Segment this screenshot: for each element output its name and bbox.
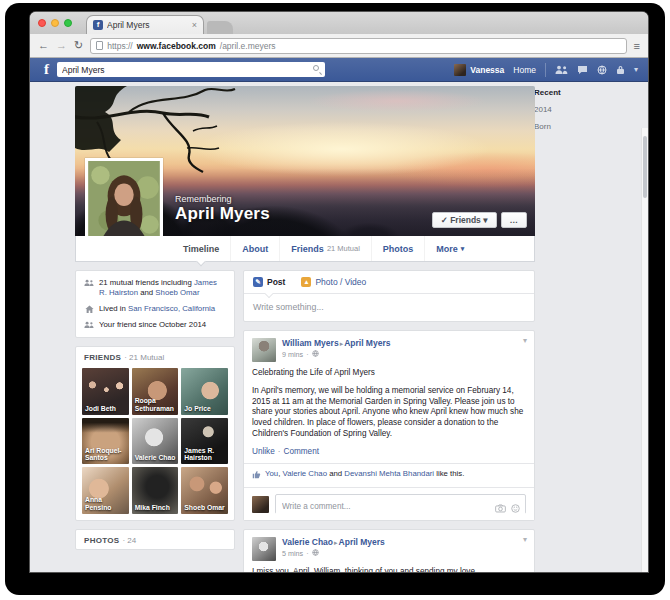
- tab-timeline[interactable]: Timeline: [172, 236, 230, 261]
- browser-tab[interactable]: f April Myers ×: [86, 15, 204, 34]
- camera-icon[interactable]: [495, 499, 506, 517]
- browser-menu-icon[interactable]: ≡: [634, 40, 640, 52]
- tab-photos[interactable]: Photos: [371, 236, 425, 261]
- post-author-link[interactable]: Valerie Chao: [282, 537, 333, 547]
- composer-input[interactable]: Write something...: [244, 294, 534, 321]
- timeline-nav-2014[interactable]: 2014: [527, 103, 597, 116]
- friend-tile[interactable]: Mika Finch: [132, 467, 179, 514]
- composer-tabs: ✎Post ▲Photo / Video: [244, 271, 534, 294]
- composer-tab-post[interactable]: ✎Post: [253, 277, 285, 287]
- friend-tile[interactable]: James R. Hairston: [181, 418, 228, 465]
- profile-picture[interactable]: [85, 158, 163, 236]
- url-scheme: https://: [107, 41, 133, 51]
- facebook-favicon-icon: f: [93, 20, 103, 30]
- post-timestamp[interactable]: 5 mins: [282, 549, 303, 558]
- window-close-button[interactable]: [38, 19, 46, 27]
- search-input[interactable]: [57, 62, 325, 77]
- tab-close-icon[interactable]: ×: [192, 20, 197, 30]
- comment-link[interactable]: Comment: [284, 447, 320, 456]
- cover-photo[interactable]: Remembering April Myers ✓ Friends ▾ …: [75, 86, 535, 236]
- friends-box-header: FRIENDS· 21 Mutual: [76, 347, 234, 366]
- avatar[interactable]: [454, 64, 466, 76]
- avatar[interactable]: [252, 338, 276, 362]
- composer-tab-photo[interactable]: ▲Photo / Video: [301, 277, 366, 287]
- settings-caret-icon[interactable]: ▾: [634, 65, 638, 74]
- avatar[interactable]: [252, 537, 276, 561]
- page-icon: [96, 41, 103, 50]
- unlike-link[interactable]: Unlike: [252, 447, 275, 456]
- friends-button[interactable]: ✓ Friends ▾: [432, 212, 497, 229]
- more-options-button[interactable]: …: [501, 212, 528, 229]
- tab-about[interactable]: About: [230, 236, 279, 261]
- privacy-globe-icon: [312, 549, 319, 558]
- post-timestamp[interactable]: 9 mins: [282, 350, 303, 359]
- scrollbar-thumb[interactable]: [643, 136, 647, 198]
- address-bar[interactable]: https://www.facebook.com/april.e.meyers: [90, 38, 626, 54]
- post-target-link[interactable]: April Myers: [339, 537, 385, 547]
- liker-link[interactable]: Valerie Chao: [283, 469, 328, 478]
- url-host: www.facebook.com: [137, 41, 216, 51]
- post-target-link[interactable]: April Myers: [344, 338, 390, 348]
- friend-tile[interactable]: Jodi Beth: [82, 368, 129, 415]
- friends-box-title[interactable]: FRIENDS: [84, 353, 121, 362]
- like-summary: You, Valerie Chao and Devanshi Mehta Bha…: [244, 463, 534, 487]
- post-header: William Myers▸April Myers 9 mins·: [244, 331, 534, 366]
- tab-friends[interactable]: Friends21 Mutual: [279, 236, 370, 261]
- smiley-icon[interactable]: [511, 499, 520, 517]
- home-icon: [84, 304, 94, 314]
- new-tab-button[interactable]: [207, 21, 233, 34]
- privacy-lock-icon[interactable]: [616, 65, 625, 75]
- chevron-down-icon[interactable]: ▾: [523, 535, 527, 544]
- home-link[interactable]: Home: [513, 65, 536, 75]
- window-zoom-button[interactable]: [64, 19, 72, 27]
- city-link[interactable]: San Francisco, California: [128, 304, 215, 313]
- caret-down-icon: ▾: [461, 245, 465, 253]
- timeline-nav-born[interactable]: Born: [527, 120, 597, 133]
- facebook-search[interactable]: [57, 62, 325, 77]
- comment-input[interactable]: [275, 494, 526, 514]
- messages-icon[interactable]: [577, 65, 588, 75]
- search-icon[interactable]: [313, 65, 322, 74]
- friend-requests-icon[interactable]: [555, 65, 568, 75]
- post: ▾ William Myers▸April Myers 9 mins· Cele…: [243, 330, 535, 521]
- scrollbar[interactable]: [641, 128, 648, 572]
- friend-tile[interactable]: Shoeb Omar: [181, 467, 228, 514]
- friend-tile[interactable]: Roopa Sethuraman: [132, 368, 179, 415]
- facebook-logo[interactable]: f: [44, 62, 49, 77]
- profile-link[interactable]: Vanessa: [470, 65, 504, 75]
- friend-tile[interactable]: Ari Roquel-Santos: [82, 418, 129, 465]
- like-thumb-icon: [252, 469, 261, 482]
- friend-tile[interactable]: Valerie Chao: [132, 418, 179, 465]
- post-text: I miss you, April. William, thinking of …: [252, 567, 526, 572]
- liker-link[interactable]: You: [265, 469, 278, 478]
- forward-button[interactable]: →: [56, 40, 67, 51]
- friend-tile[interactable]: Anna Pensino: [82, 467, 129, 514]
- mutual-friends-row: 21 mutual friends including James R. Hai…: [84, 278, 226, 298]
- tab-more[interactable]: More▾: [424, 236, 475, 261]
- post-body: I miss you, April. William, thinking of …: [244, 565, 534, 572]
- divider: [545, 63, 546, 77]
- friend-tile[interactable]: Jo Price: [181, 368, 228, 415]
- profile-tabs: Timeline About Friends21 Mutual Photos M…: [75, 236, 535, 262]
- chevron-down-icon[interactable]: ▾: [523, 336, 527, 345]
- avatar[interactable]: [252, 496, 269, 513]
- notifications-globe-icon[interactable]: [597, 65, 607, 75]
- post-author-link[interactable]: William Myers: [282, 338, 339, 348]
- feed-column: ✎Post ▲Photo / Video Write something... …: [243, 270, 535, 572]
- back-button[interactable]: ←: [38, 40, 49, 51]
- friends-icon: [84, 320, 94, 330]
- timeline-main: 21 mutual friends including James R. Hai…: [75, 262, 535, 572]
- mutual-friend-link[interactable]: Shoeb Omar: [155, 288, 199, 297]
- browser-tabstrip: f April Myers ×: [30, 12, 648, 34]
- comment-row: [244, 487, 534, 520]
- privacy-globe-icon: [312, 350, 319, 359]
- post-text: In April's memory, we will be holding a …: [252, 386, 526, 440]
- photos-box-title[interactable]: PHOTOS: [84, 536, 119, 545]
- photos-box-header: PHOTOS· 24: [76, 530, 234, 549]
- timeline-nav-recent[interactable]: Recent: [527, 86, 597, 99]
- friends-box: FRIENDS· 21 Mutual Jodi Beth Roopa Sethu…: [75, 346, 235, 521]
- reload-button[interactable]: ↻: [74, 40, 83, 51]
- comment-text-field[interactable]: [276, 498, 525, 516]
- liker-link[interactable]: Devanshi Mehta Bhandari: [344, 469, 434, 478]
- window-minimize-button[interactable]: [51, 19, 59, 27]
